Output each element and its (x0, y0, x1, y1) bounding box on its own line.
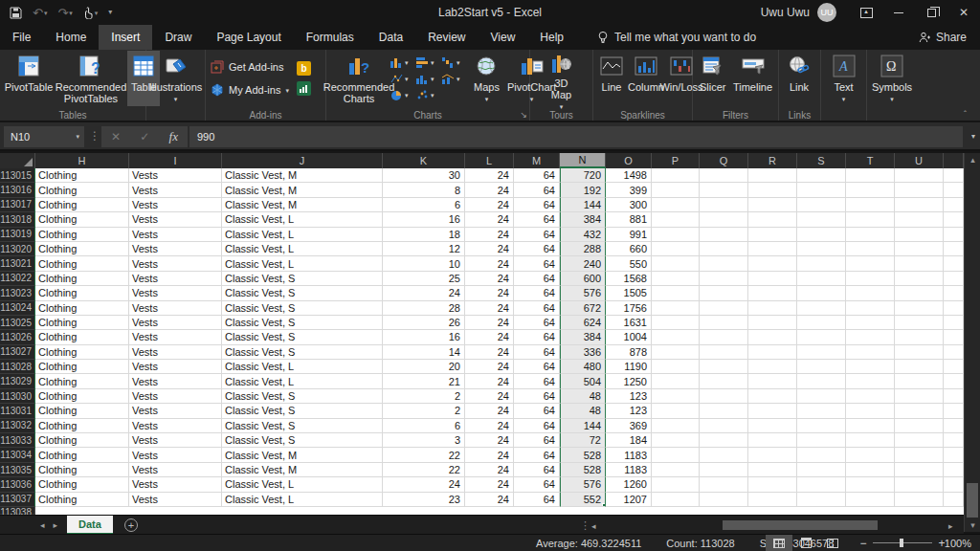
cell-K113028[interactable]: 20 (383, 360, 465, 374)
insert-combo-chart-button[interactable]: ▾ (442, 71, 468, 87)
cell-K113033[interactable]: 3 (383, 433, 465, 448)
cell-N113018[interactable]: 384 (560, 212, 606, 227)
cell-U113024[interactable] (895, 301, 944, 316)
cell-S113018[interactable] (797, 212, 846, 227)
cell-K113030[interactable]: 2 (383, 389, 465, 404)
cell-H113016[interactable]: Clothing (35, 183, 129, 197)
sheet-tab-data[interactable]: Data (67, 516, 113, 535)
cell-I113022[interactable]: Vests (129, 272, 222, 286)
cell-N113031[interactable]: 48 (560, 404, 606, 418)
scroll-down-icon[interactable]: ▾ (965, 520, 980, 530)
save-icon[interactable] (10, 7, 22, 19)
cell-P113019[interactable] (652, 228, 700, 242)
cell-P113032[interactable] (652, 419, 700, 433)
cell-J113021[interactable]: Classic Vest, L (222, 256, 383, 271)
cell-T113020[interactable] (846, 242, 895, 256)
cell-M113020[interactable]: 64 (514, 242, 560, 256)
cell-T113027[interactable] (846, 345, 895, 360)
cell-P113037[interactable] (652, 493, 700, 507)
cell-Q113031[interactable] (700, 404, 748, 418)
cell-P113036[interactable] (652, 477, 700, 492)
cell-U113032[interactable] (895, 419, 944, 433)
tell-me-box[interactable]: Tell me what you want to do (597, 31, 756, 45)
cell-K113024[interactable]: 28 (383, 301, 465, 316)
cell-U113025[interactable] (895, 316, 944, 330)
cell-U113033[interactable] (895, 433, 944, 448)
share-button[interactable]: Share (919, 31, 967, 44)
cell-partial[interactable] (944, 419, 964, 433)
cell-I113016[interactable]: Vests (129, 183, 222, 197)
text-button[interactable]: A Text ▾ (825, 51, 863, 106)
cell-H113019[interactable]: Clothing (35, 228, 129, 242)
cell-U113037[interactable] (895, 493, 944, 507)
cell-R113019[interactable] (748, 228, 797, 242)
cell-O113030[interactable]: 123 (606, 389, 652, 404)
cell-M113018[interactable]: 64 (514, 212, 560, 227)
cell-S113030[interactable] (797, 389, 846, 404)
column-header-I[interactable]: I (129, 153, 222, 168)
cell-J113016[interactable]: Classic Vest, M (222, 183, 383, 197)
row-header[interactable]: 113023 (0, 286, 35, 300)
cell-N113021[interactable]: 240 (560, 256, 606, 271)
cell-O113034[interactable]: 1183 (606, 448, 652, 462)
cell-N113019[interactable]: 432 (560, 228, 606, 242)
cell-T113030[interactable] (846, 389, 895, 404)
cell-S113032[interactable] (797, 419, 846, 433)
cell-L113023[interactable]: 24 (465, 286, 514, 300)
cell-Q113035[interactable] (700, 463, 748, 477)
cell-T113025[interactable] (846, 316, 895, 330)
cell-L113018[interactable]: 24 (465, 212, 514, 227)
slicer-button[interactable]: Slicer (696, 51, 730, 106)
cell-I113021[interactable]: Vests (129, 256, 222, 271)
column-header-S[interactable]: S (797, 153, 846, 168)
cell-T113036[interactable] (846, 477, 895, 492)
cell-R113021[interactable] (748, 256, 797, 271)
cell-I113036[interactable]: Vests (129, 477, 222, 492)
cell-Q113017[interactable] (700, 198, 748, 212)
new-sheet-button[interactable]: + (124, 518, 138, 532)
row-header[interactable]: 113020 (0, 242, 35, 256)
cell-P113022[interactable] (652, 272, 700, 286)
cell-O113037[interactable]: 1207 (606, 493, 652, 507)
tab-data[interactable]: Data (367, 25, 415, 50)
cell-J113023[interactable]: Classic Vest, S (222, 286, 383, 300)
cell-J113015[interactable]: Classic Vest, M (222, 168, 383, 183)
cell-S113022[interactable] (797, 272, 846, 286)
cell-partial[interactable] (944, 493, 964, 507)
cell-M113015[interactable]: 64 (514, 168, 560, 183)
cell-I113031[interactable]: Vests (129, 404, 222, 418)
cell-H113021[interactable]: Clothing (35, 256, 129, 271)
cell-T113028[interactable] (846, 360, 895, 374)
cell-partial[interactable] (944, 477, 964, 492)
cell-T113035[interactable] (846, 463, 895, 477)
close-button[interactable]: ✕ (947, 0, 980, 25)
charts-dialog-launcher-icon[interactable]: ↘ (520, 110, 527, 120)
cell-K113034[interactable]: 22 (383, 448, 465, 462)
cell-Q113024[interactable] (700, 301, 748, 316)
cell-O113028[interactable]: 1190 (606, 360, 652, 374)
cell-L113019[interactable]: 24 (465, 228, 514, 242)
cell-L113036[interactable]: 24 (465, 477, 514, 492)
cell-J113020[interactable]: Classic Vest, L (222, 242, 383, 256)
cell-M113016[interactable]: 64 (514, 183, 560, 197)
row-header[interactable]: 113017 (0, 198, 35, 212)
cell-S113035[interactable] (797, 463, 846, 477)
cell-R113034[interactable] (748, 448, 797, 462)
cell-M113022[interactable]: 64 (514, 272, 560, 286)
cell-Q113025[interactable] (700, 316, 748, 330)
cell-Q113028[interactable] (700, 360, 748, 374)
cell-U113027[interactable] (895, 345, 944, 360)
cell-O113019[interactable]: 991 (606, 228, 652, 242)
cell-J113019[interactable]: Classic Vest, L (222, 228, 383, 242)
cell-O113027[interactable]: 878 (606, 345, 652, 360)
cell-T113037[interactable] (846, 493, 895, 507)
cell-L113016[interactable]: 24 (465, 183, 514, 197)
cell-J113032[interactable]: Classic Vest, S (222, 419, 383, 433)
cell-N113035[interactable]: 528 (560, 463, 606, 477)
cell-Q113019[interactable] (700, 228, 748, 242)
cell-R113024[interactable] (748, 301, 797, 316)
cell-U113034[interactable] (895, 448, 944, 462)
normal-view-button[interactable] (766, 535, 792, 551)
cell-partial[interactable] (944, 448, 964, 462)
row-header[interactable]: 113027 (0, 345, 35, 360)
